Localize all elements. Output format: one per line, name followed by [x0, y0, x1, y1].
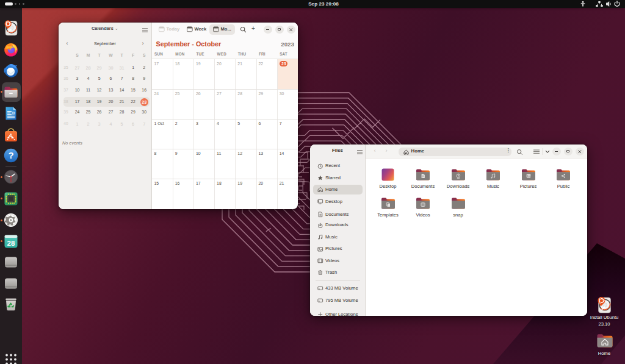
svg-text:28: 28: [7, 239, 15, 246]
svg-text:?: ?: [8, 150, 13, 160]
